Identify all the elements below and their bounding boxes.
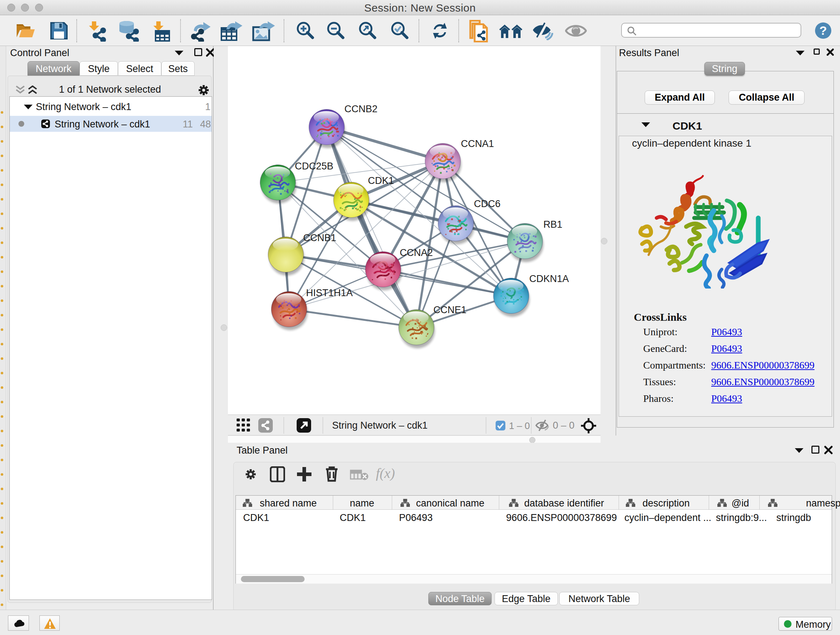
svg-text:CCNA2: CCNA2: [400, 247, 433, 258]
svg-text:CDC6: CDC6: [474, 198, 501, 209]
svg-text:CCNB1: CCNB1: [303, 233, 336, 243]
svg-text:CDKN1A: CDKN1A: [529, 273, 569, 284]
svg-text:RB1: RB1: [543, 219, 562, 230]
svg-text:CCNE1: CCNE1: [433, 304, 467, 315]
svg-text:CCNA1: CCNA1: [461, 138, 494, 149]
svg-text:CDC25B: CDC25B: [295, 161, 333, 172]
svg-text:HIST1H1A: HIST1H1A: [306, 287, 353, 298]
svg-text:CDK1: CDK1: [368, 175, 394, 186]
svg-text:CCNB2: CCNB2: [344, 103, 378, 114]
